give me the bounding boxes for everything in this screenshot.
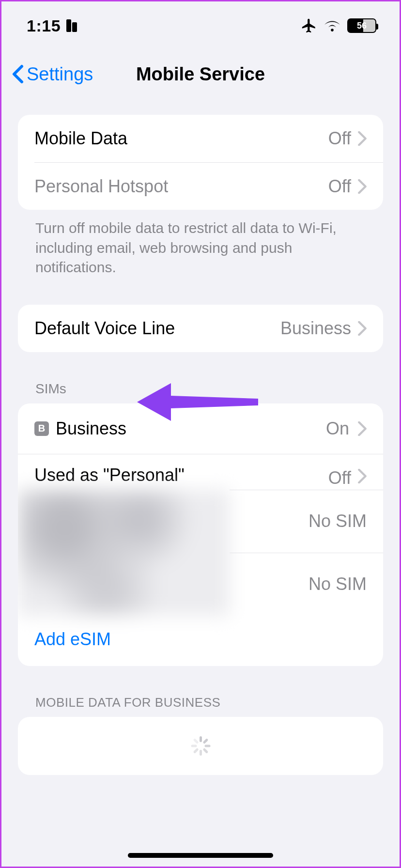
back-button[interactable]: Settings	[11, 50, 93, 98]
default-voice-line-group: Default Voice Line Business	[18, 305, 383, 352]
battery-percentage: 56	[357, 21, 367, 31]
chevron-right-icon	[358, 179, 367, 194]
sims-header: SIMs	[18, 352, 383, 403]
redacted-sim-area: No SIM No SIM	[18, 490, 383, 616]
status-left: 1:15	[27, 16, 77, 35]
status-bar: 1:15 56	[1, 1, 400, 50]
personal-hotspot-value: Off	[328, 176, 351, 197]
mobile-data-value: Off	[328, 128, 351, 149]
navigation-bar: Settings Mobile Service	[1, 50, 400, 98]
no-sim-row[interactable]: No SIM	[230, 490, 383, 553]
sim-personal-value: Off	[328, 468, 351, 488]
battery-icon: 56	[347, 18, 376, 33]
sims-group: B Business On Used as "Personal" Off No …	[18, 403, 383, 666]
default-voice-line-value: Business	[280, 318, 351, 339]
redacted-blur	[18, 490, 230, 616]
no-sim-row[interactable]: No SIM	[230, 553, 383, 616]
back-label: Settings	[27, 64, 93, 85]
mobile-data-for-business-header: MOBILE DATA FOR BUSINESS	[18, 666, 383, 717]
dual-sim-icon	[66, 19, 77, 32]
sim-personal-row[interactable]: Used as "Personal" Off	[18, 454, 383, 493]
loading-spinner-icon	[191, 736, 210, 756]
chevron-right-icon	[358, 321, 367, 336]
chevron-right-icon	[358, 131, 367, 146]
home-indicator[interactable]	[128, 853, 273, 858]
wifi-icon	[324, 19, 340, 32]
no-sim-label: No SIM	[308, 574, 367, 594]
personal-hotspot-label: Personal Hotspot	[34, 176, 328, 197]
chevron-left-icon	[11, 64, 25, 84]
status-right: 56	[301, 17, 376, 34]
page-title: Mobile Service	[136, 64, 265, 85]
sim-business-label: Business	[56, 418, 126, 439]
no-sim-label: No SIM	[308, 511, 367, 531]
add-esim-button[interactable]: Add eSIM	[18, 616, 383, 666]
mobile-data-group: Mobile Data Off Personal Hotspot Off	[18, 115, 383, 210]
status-time: 1:15	[27, 16, 61, 35]
add-esim-label: Add eSIM	[34, 629, 111, 649]
personal-hotspot-row[interactable]: Personal Hotspot Off	[34, 162, 383, 210]
sim-personal-label: Used as "Personal"	[34, 465, 328, 485]
default-voice-line-label: Default Voice Line	[34, 318, 280, 339]
default-voice-line-row[interactable]: Default Voice Line Business	[18, 305, 383, 352]
sim-badge-icon: B	[34, 421, 49, 436]
sim-business-row[interactable]: B Business On	[18, 403, 383, 454]
airplane-mode-icon	[301, 17, 317, 34]
mobile-data-row[interactable]: Mobile Data Off	[18, 115, 383, 162]
mobile-data-footer: Turn off mobile data to restrict all dat…	[18, 210, 383, 278]
chevron-right-icon	[358, 421, 367, 436]
mobile-data-label: Mobile Data	[34, 128, 328, 149]
sim-business-value: On	[326, 418, 349, 439]
mobile-data-for-business-group	[18, 717, 383, 775]
chevron-right-icon	[358, 469, 367, 483]
